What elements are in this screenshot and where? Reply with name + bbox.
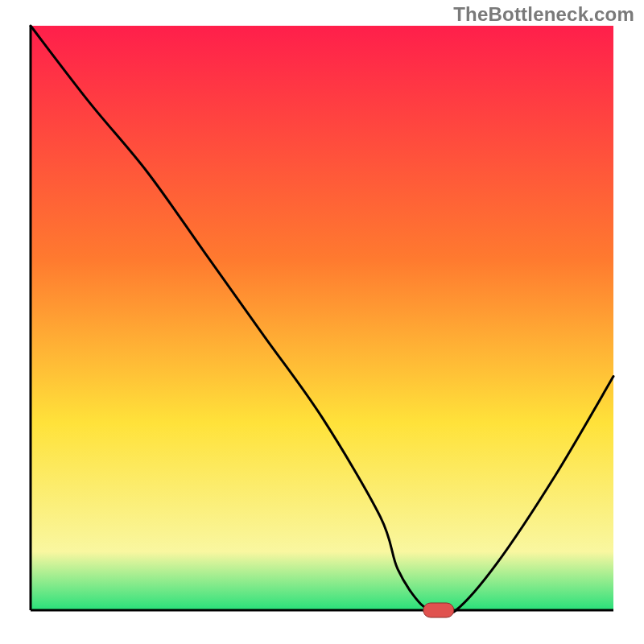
- optimal-marker: [423, 603, 454, 617]
- chart-container: TheBottleneck.com: [0, 0, 644, 644]
- chart-svg: [0, 0, 644, 644]
